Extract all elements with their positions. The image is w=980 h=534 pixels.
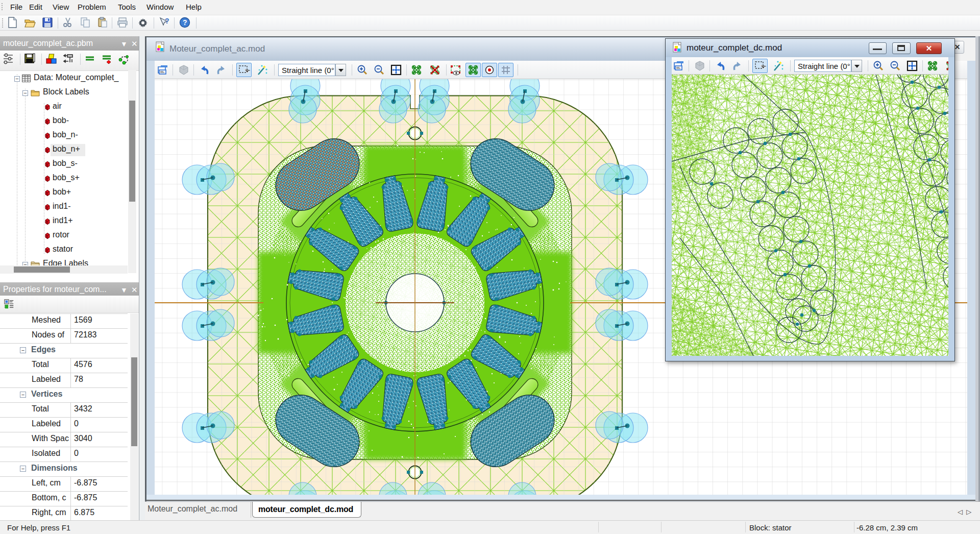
svg-text:?: ? — [183, 18, 187, 27]
svg-text:?: ? — [165, 17, 169, 25]
